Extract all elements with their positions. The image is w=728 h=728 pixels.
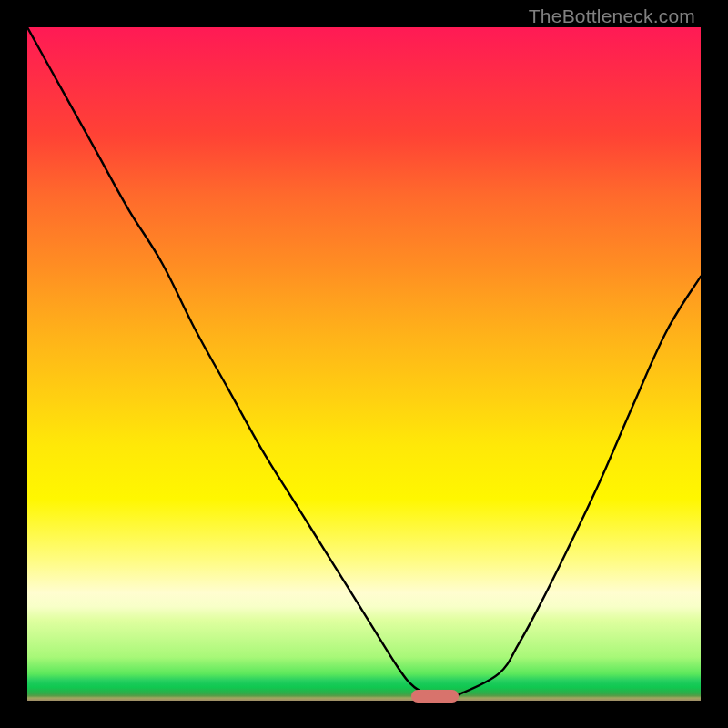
curve-svg xyxy=(27,27,701,701)
optimum-marker xyxy=(411,690,459,703)
bottleneck-curve xyxy=(27,27,701,697)
chart-container: TheBottleneck.com xyxy=(0,0,728,728)
plot-area xyxy=(27,27,701,701)
watermark-text: TheBottleneck.com xyxy=(529,5,695,27)
